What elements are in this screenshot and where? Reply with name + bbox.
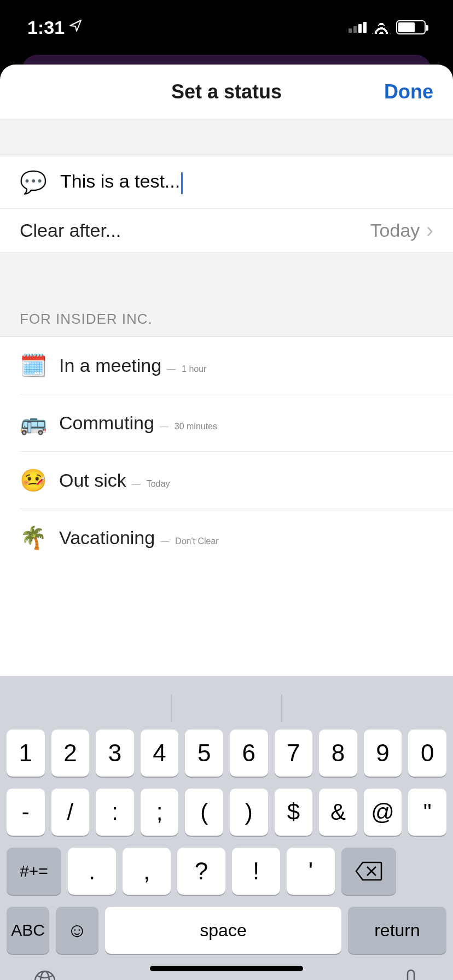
home-indicator[interactable] <box>150 966 303 971</box>
key-semicolon[interactable]: ; <box>141 789 179 836</box>
quicktype-divider <box>171 695 172 722</box>
preset-list: 🗓️ In a meeting — 1 hour 🚌 Commuting — 3… <box>0 337 453 566</box>
key-apostrophe[interactable]: ' <box>287 848 335 895</box>
preset-meeting[interactable]: 🗓️ In a meeting — 1 hour <box>0 337 453 394</box>
clear-after-row[interactable]: Clear after... Today › <box>0 209 453 253</box>
status-bar: 1:31 <box>0 0 453 55</box>
palm-tree-icon: 🌴 <box>20 525 45 551</box>
preset-duration: 30 minutes <box>175 422 217 431</box>
key-7[interactable]: 7 <box>275 730 313 777</box>
clear-after-value: Today <box>370 220 420 241</box>
keyboard-row-1: 1 2 3 4 5 6 7 8 9 0 <box>0 730 453 777</box>
spacer <box>0 119 453 156</box>
key-5[interactable]: 5 <box>185 730 223 777</box>
chevron-right-icon: › <box>426 219 433 242</box>
key-4[interactable]: 4 <box>141 730 179 777</box>
ios-keyboard: 1 2 3 4 5 6 7 8 9 0 - / : ; ( ) $ & @ " … <box>0 676 453 980</box>
mic-icon[interactable] <box>402 969 420 980</box>
key-abc[interactable]: ABC <box>7 907 49 954</box>
preset-vacation[interactable]: 🌴 Vacationing — Don't Clear <box>0 509 453 566</box>
sheet-header: Set a status Done <box>0 65 453 119</box>
key-space[interactable]: space <box>105 907 341 954</box>
preset-sick[interactable]: 🤒 Out sick — Today <box>0 452 453 509</box>
location-icon <box>69 19 82 36</box>
preset-duration: Don't Clear <box>175 536 219 546</box>
status-input-row[interactable]: 💬 This is a test... <box>0 156 453 209</box>
preset-label: Commuting <box>59 412 154 433</box>
section-gap: FOR INSIDER INC. <box>0 253 453 337</box>
bus-icon: 🚌 <box>20 410 45 436</box>
separator: — <box>167 364 178 374</box>
quicktype-bar <box>0 687 453 730</box>
sick-face-icon: 🤒 <box>20 468 45 493</box>
key-at[interactable]: @ <box>364 789 402 836</box>
keyboard-row-3: #+= . , ? ! ' <box>0 848 453 895</box>
key-2[interactable]: 2 <box>51 730 90 777</box>
globe-icon[interactable] <box>33 969 57 980</box>
key-slash[interactable]: / <box>51 789 90 836</box>
key-colon[interactable]: : <box>96 789 134 836</box>
separator: — <box>161 536 172 546</box>
preset-label: Out sick <box>59 470 126 491</box>
key-dollar[interactable]: $ <box>275 789 313 836</box>
separator: — <box>160 422 171 431</box>
key-8[interactable]: 8 <box>319 730 357 777</box>
preset-duration: 1 hour <box>182 364 206 374</box>
status-text-input[interactable]: This is a test... <box>60 171 183 194</box>
key-symbols[interactable]: #+= <box>7 848 61 895</box>
key-3[interactable]: 3 <box>96 730 134 777</box>
key-backspace[interactable] <box>341 848 396 895</box>
keyboard-row-4: ABC ☺ space return <box>0 907 453 954</box>
status-text-value: This is a test... <box>60 171 180 191</box>
key-amp[interactable]: & <box>319 789 357 836</box>
quicktype-divider <box>281 695 282 722</box>
preset-label: In a meeting <box>59 355 161 376</box>
key-0[interactable]: 0 <box>408 730 446 777</box>
backspace-icon <box>355 861 382 881</box>
done-button[interactable]: Done <box>384 80 433 103</box>
key-return[interactable]: return <box>348 907 446 954</box>
svg-point-1 <box>40 971 49 980</box>
key-comma[interactable]: , <box>123 848 171 895</box>
key-dash[interactable]: - <box>7 789 45 836</box>
key-period[interactable]: . <box>68 848 116 895</box>
key-question[interactable]: ? <box>177 848 225 895</box>
key-rparen[interactable]: ) <box>230 789 268 836</box>
key-9[interactable]: 9 <box>364 730 402 777</box>
clear-after-label: Clear after... <box>20 220 121 241</box>
sheet-title: Set a status <box>171 80 282 103</box>
keyboard-row-2: - / : ; ( ) $ & @ " <box>0 789 453 836</box>
key-1[interactable]: 1 <box>7 730 45 777</box>
battery-icon <box>396 20 426 34</box>
text-caret <box>181 172 183 194</box>
preset-duration: Today <box>147 479 170 488</box>
key-lparen[interactable]: ( <box>185 789 223 836</box>
key-quote[interactable]: " <box>408 789 446 836</box>
section-header: FOR INSIDER INC. <box>0 253 453 337</box>
preset-commuting[interactable]: 🚌 Commuting — 30 minutes <box>0 394 453 451</box>
key-emoji[interactable]: ☺ <box>56 907 98 954</box>
clock: 1:31 <box>27 17 65 38</box>
key-6[interactable]: 6 <box>230 730 268 777</box>
svg-rect-3 <box>408 970 414 980</box>
preset-label: Vacationing <box>59 527 155 548</box>
cell-signal-icon <box>349 22 367 33</box>
wifi-icon <box>372 21 391 34</box>
speech-bubble-icon[interactable]: 💬 <box>20 170 47 195</box>
key-exclaim[interactable]: ! <box>232 848 280 895</box>
separator: — <box>132 479 143 488</box>
calendar-icon: 🗓️ <box>20 353 45 378</box>
